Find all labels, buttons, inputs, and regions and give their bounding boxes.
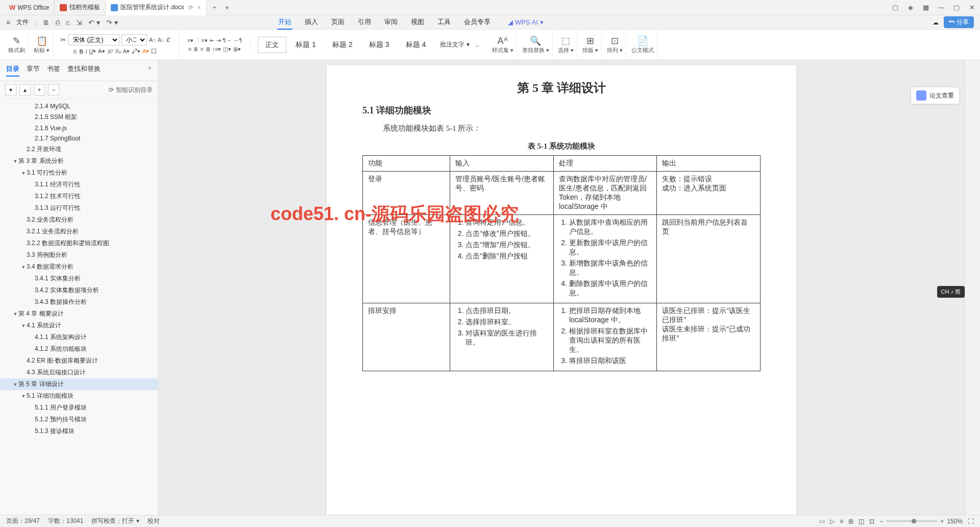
toc-item[interactable]: 4.3 系统后端接口设计 <box>0 367 158 378</box>
toc-item[interactable]: 2.1.4 MySQL <box>0 101 158 111</box>
font-color-button[interactable]: A▾ <box>123 48 130 55</box>
numbering-button[interactable]: ⋮≡▾ <box>195 37 207 44</box>
print-preview-icon[interactable]: ⎌ <box>66 18 70 27</box>
file-menu[interactable]: 文件 <box>16 18 29 27</box>
bold-button[interactable]: B <box>79 49 83 55</box>
menu-start[interactable]: 开始 <box>277 15 292 30</box>
cube-icon[interactable]: ◈ <box>906 4 915 12</box>
styles-dropdown-icon[interactable]: ⌄ <box>475 41 480 49</box>
toc-item[interactable]: 3.1.1 经济可行性 <box>0 179 158 190</box>
fullscreen-icon[interactable]: ⛶ <box>968 518 974 525</box>
arrange-icon[interactable]: ⊡ <box>611 35 619 46</box>
word-count[interactable]: 字数：13041 <box>48 517 83 525</box>
toc-item[interactable]: 3.4.1 实体集分析 <box>0 273 158 284</box>
cut-icon[interactable]: ✂ <box>60 36 66 44</box>
style-body[interactable]: 正文 <box>258 37 286 53</box>
style-h4[interactable]: 标题 4 <box>399 37 433 53</box>
tab-close[interactable]: × <box>198 4 201 11</box>
save-icon[interactable]: 🗎 <box>42 18 50 27</box>
select-icon[interactable]: ⬚ <box>561 35 570 46</box>
tab-template[interactable]: 找稻壳模板 <box>55 0 106 15</box>
toc-item[interactable]: ▼5.1 详细功能模块 <box>0 390 158 402</box>
char-border-button[interactable]: 囗 <box>151 47 157 55</box>
strike-button[interactable]: A̶▾ <box>98 48 105 55</box>
clear-format-icon[interactable]: Ȼ <box>166 37 170 43</box>
tabs-dropdown[interactable]: ▾ <box>226 4 229 11</box>
view-mode-2[interactable]: ▷ <box>830 518 835 525</box>
doc-mode-icon[interactable]: 📄 <box>637 35 648 46</box>
toc-item[interactable]: 2.1.6 Vue.js <box>0 123 158 133</box>
view-mode-1[interactable]: ▭ <box>819 518 825 525</box>
shrink-font-icon[interactable]: A↓ <box>158 37 164 43</box>
app-tab[interactable]: WWPS Office <box>4 0 55 15</box>
toc-item[interactable]: ▼3.4 数据需求分析 <box>0 261 158 273</box>
borders-button[interactable]: ⊞▾ <box>233 46 241 53</box>
zoom-level[interactable]: 150% <box>947 518 963 525</box>
zoom-out[interactable]: − <box>879 518 883 525</box>
rtl-button[interactable]: ←¶ <box>234 37 242 43</box>
italic-button[interactable]: I <box>85 49 87 55</box>
cloud-icon[interactable]: ☁ <box>933 19 939 26</box>
align-left-button[interactable]: ≡ <box>188 46 191 52</box>
proofread[interactable]: 校对 <box>148 517 160 525</box>
smart-toc[interactable]: ⟳智能识别目录 <box>109 86 153 94</box>
redo-icon[interactable]: ↷ ▾ <box>106 18 118 27</box>
side-tool-down[interactable]: ▾ <box>5 84 16 95</box>
tab-add[interactable]: + <box>207 4 223 11</box>
side-tab-find[interactable]: 查找和替换 <box>67 64 101 77</box>
zoom-slider[interactable] <box>886 520 937 522</box>
toc-item[interactable]: ▼4.1 系统设计 <box>0 320 158 331</box>
spell-check-status[interactable]: 拼写检查：打开 ▾ <box>91 517 139 525</box>
toc-item[interactable]: 3.3 用例图分析 <box>0 249 158 261</box>
style-h3[interactable]: 标题 3 <box>362 37 397 53</box>
toc-item[interactable]: 4.2 ER 图-数据库概要设计 <box>0 355 158 367</box>
subscript-button[interactable]: X₂ <box>115 48 120 55</box>
box-icon[interactable]: ▢ <box>891 4 899 12</box>
line-spacing-button[interactable]: ↕≡▾ <box>212 46 222 53</box>
layout-icon[interactable]: ⊞ <box>586 35 594 46</box>
toc-item[interactable]: 2.2 开发环境 <box>0 143 158 155</box>
align-center-button[interactable]: ≣ <box>193 46 198 53</box>
menu-vip[interactable]: 会员专享 <box>463 15 492 30</box>
side-tab-toc[interactable]: 目录 <box>6 64 19 77</box>
toc-item[interactable]: 3.1.3 运行可行性 <box>0 202 158 214</box>
toc-item[interactable]: 3.4.2 实体集数据项分析 <box>0 284 158 296</box>
sidebar-close[interactable]: × <box>148 64 152 77</box>
menu-insert[interactable]: 插入 <box>304 15 319 30</box>
page-indicator[interactable]: 页面：29/47 <box>6 517 40 525</box>
style-set-icon[interactable]: Aᴬ <box>498 35 508 46</box>
toc-item[interactable]: 2.1.7 SpringBoot <box>0 133 158 143</box>
view-mode-3[interactable]: ≡ <box>840 518 843 525</box>
app-icon2[interactable]: ▦ <box>922 4 930 12</box>
comment-text[interactable]: 批注文字 ▾ <box>440 40 469 49</box>
toc-item[interactable]: 2.1.5 SSM 框架 <box>0 111 158 123</box>
minimize-button[interactable]: — <box>937 4 945 12</box>
superscript-button[interactable]: X² <box>107 49 113 55</box>
find-icon[interactable]: 🔍 <box>530 35 541 46</box>
toc-item[interactable]: ▼第 4 章 概要设计 <box>0 308 158 320</box>
menu-tools[interactable]: 工具 <box>436 15 452 30</box>
menu-review[interactable]: 审阅 <box>383 15 399 30</box>
toc-item[interactable]: 3.1.2 技术可行性 <box>0 190 158 202</box>
toc-item[interactable]: 3.2 业务流程分析 <box>0 214 158 226</box>
toc-item[interactable]: ▼第 3 章 系统分析 <box>0 155 158 167</box>
copy-icon[interactable]: ⎘ <box>74 49 77 55</box>
bullets-button[interactable]: ≡▾ <box>187 37 193 44</box>
side-tool-remove[interactable]: − <box>48 84 59 95</box>
style-h1[interactable]: 标题 1 <box>288 37 323 53</box>
view-mode-5[interactable]: ◫ <box>859 518 864 525</box>
ltr-button[interactable]: ¶→ <box>223 37 232 43</box>
zoom-in[interactable]: + <box>940 518 944 525</box>
menu-page[interactable]: 页面 <box>330 15 346 30</box>
toc-item[interactable]: 5.1.1 用户登录模块 <box>0 402 158 414</box>
side-tool-add[interactable]: + <box>34 84 45 95</box>
toc-item[interactable]: 4.1.2 系统功能板块 <box>0 343 158 355</box>
toc-item[interactable]: 3.2.2 数据流程图和逻辑流程图 <box>0 237 158 249</box>
paste-icon[interactable]: 📋 <box>36 35 47 46</box>
undo-icon[interactable]: ↶ ▾ <box>88 18 100 27</box>
hamburger-icon[interactable]: ≡ <box>6 18 10 27</box>
toc-item[interactable]: 4.1.1 系统架构设计 <box>0 331 158 343</box>
underline-button[interactable]: U▾ <box>89 48 96 55</box>
highlight-button[interactable]: 🖍▾ <box>132 48 140 55</box>
toc-item[interactable]: 5.1.3 接诊模块 <box>0 425 158 437</box>
